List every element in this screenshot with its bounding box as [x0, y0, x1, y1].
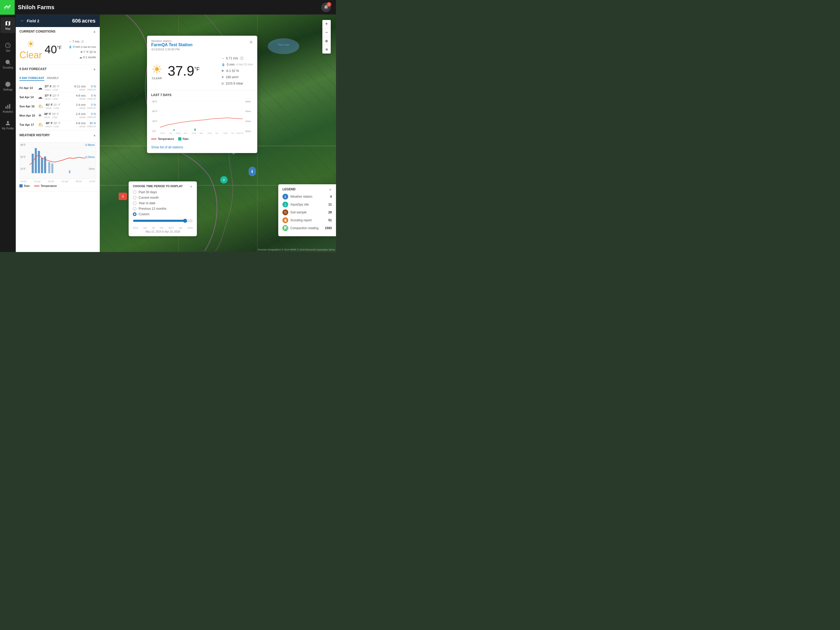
legend-icon-soil: 🟤: [283, 210, 288, 215]
rain-rate-detail: ☁ 0.1 mm/hr: [68, 55, 96, 60]
history-x-labels: 18:00 12 Apr 06:00 13 Apr 06:00 12:00: [19, 180, 96, 183]
legend-icon-weather: 🌡: [283, 194, 288, 199]
time-option-2[interactable]: Year to date: [133, 201, 193, 205]
time-panel-header: CHOOSE TIME PERIOD TO DISPLAY ▲: [133, 185, 193, 188]
svg-text:Sun: Sun: [184, 132, 187, 134]
popup-chart: 90°F 60°F 30°F 0°F 6mm 4mm 2mm 0mm: [147, 98, 257, 135]
y-label-mid: 32°F: [20, 156, 26, 159]
popup-solar: ☀ 180 w/m²: [221, 74, 253, 81]
notification-bell[interactable]: 2: [321, 3, 331, 12]
layers-button[interactable]: ⊞: [322, 45, 331, 54]
tab-hourly[interactable]: HOURLY: [47, 76, 59, 81]
forecast-header[interactable]: 5 DAY FORECAST ▲: [16, 65, 100, 74]
current-temp: 40°F: [45, 44, 62, 55]
app-logo: [0, 0, 15, 15]
history-header[interactable]: WEATHER HISTORY ▲: [16, 131, 100, 140]
mm-label-top: 0.48mm: [85, 144, 95, 147]
sidebar-item-settings[interactable]: Settings: [0, 78, 15, 94]
sidebar-item-analytics[interactable]: Analytics: [0, 100, 15, 116]
radio-3: [133, 207, 136, 210]
time-option-1[interactable]: Current month: [133, 196, 193, 199]
svg-text:16:00: 16:00: [223, 132, 228, 134]
popup-chart-legend: Temperature Rain: [147, 135, 257, 142]
svg-rect-11: [35, 148, 37, 173]
radio-4: [133, 212, 136, 216]
weather-history-body: 48°F 32°F 16°F 0.48mm 0.24mm 0mm: [16, 140, 100, 191]
forecast-icon-2: ⛅: [38, 103, 44, 109]
weather-icon: ☀: [19, 39, 42, 50]
popup-close-button[interactable]: ✕: [249, 39, 253, 45]
svg-text:Red Lake: Red Lake: [278, 43, 289, 46]
forecast-icon-4: ⛅: [38, 122, 44, 128]
svg-text:60°F: 60°F: [152, 110, 158, 113]
legend-icon-scouting: 📋: [283, 217, 288, 223]
show-stations-link[interactable]: Show list of all stations: [151, 145, 183, 149]
legend-icon-aquaspy: 💧: [283, 202, 288, 207]
dew-detail: ❄ 7 °F 25 %: [68, 50, 96, 55]
current-conditions-section: CURRENT CONDITIONS ▲ ☀ Clear 40°F → 7 m/…: [16, 27, 100, 65]
back-button[interactable]: ←: [20, 18, 25, 24]
svg-text:Fri: Fri: [242, 132, 244, 134]
field-acres: 606 acres: [72, 18, 96, 24]
time-option-4[interactable]: Custom: [133, 212, 193, 216]
svg-text:6mm: 6mm: [245, 100, 251, 103]
svg-text:16:00: 16:00: [207, 132, 212, 134]
sidebar: Map Soil Scouting Settings Analytics My …: [0, 15, 16, 252]
legend-icon-compaction: 📊: [283, 225, 288, 231]
forecast-icon-1: ☁: [38, 94, 43, 100]
zoom-in-button[interactable]: +: [322, 20, 331, 28]
legend-soil-sample: 🟤 Soil sample 29: [283, 210, 332, 215]
map-marker-thermometer[interactable]: 🌡: [249, 167, 256, 176]
sidebar-label-scouting: Scouting: [3, 66, 13, 69]
weather-history-section: WEATHER HISTORY ▲ 48°F 32°F 16°F 0.48mm …: [16, 131, 100, 191]
forecast-icon-3: ☀: [38, 113, 42, 118]
sidebar-label-map: Map: [5, 27, 10, 30]
forecast-tabs: 5 DAY FORECAST HOURLY: [16, 74, 100, 82]
svg-line-2: [9, 63, 10, 65]
svg-rect-13: [41, 158, 43, 173]
sidebar-item-profile[interactable]: My Profile: [0, 117, 15, 133]
svg-point-1: [6, 60, 10, 64]
legend-chevron: ▲: [328, 188, 332, 191]
svg-text:90°F: 90°F: [152, 100, 158, 103]
map-marker-red-2[interactable]: 3: [118, 193, 127, 200]
sidebar-item-scouting[interactable]: Scouting: [0, 56, 15, 72]
svg-rect-12: [38, 151, 40, 173]
tab-5day[interactable]: 5 DAY FORECAST: [19, 76, 44, 81]
station-date: 4/13/2018 2:30:00 PM: [151, 48, 193, 51]
conditions-body: ☀ Clear 40°F → 7 m/s 🕐 💧 0 mm in last 60…: [16, 36, 100, 64]
radio-1: [133, 196, 136, 199]
weather-history-chart: 48°F 32°F 16°F 0.48mm 0.24mm 0mm: [19, 142, 96, 179]
map-area[interactable]: Red Lake 2 3 3 15 2 6 3 8 5 3 2 🌡 💧 + − …: [100, 15, 336, 252]
condition-label: Clear: [19, 50, 42, 61]
svg-text:16:00: 16:00: [192, 132, 196, 134]
station-type-label: Weather station: [151, 39, 193, 43]
svg-rect-15: [48, 162, 51, 173]
map-options-button[interactable]: ⊕: [322, 37, 331, 45]
legend-temp-item: Temperature: [151, 137, 174, 141]
popup-wind: → 6.71 m/s 🕐: [221, 55, 253, 62]
time-option-3[interactable]: Previous 12 months: [133, 207, 193, 210]
temp-swatch: [34, 186, 39, 186]
time-range-input[interactable]: [133, 219, 193, 223]
popup-link-area: Show list of all stations: [147, 142, 257, 153]
zoom-out-button[interactable]: −: [322, 28, 331, 37]
popup-pressure: ⊙ 1015.9 mbar: [221, 81, 253, 87]
sidebar-item-map[interactable]: Map: [0, 17, 15, 33]
conditions-header[interactable]: CURRENT CONDITIONS ▲: [16, 27, 100, 36]
radio-0: [133, 190, 136, 194]
popup-chart-svg: 90°F 60°F 30°F 0°F 6mm 4mm 2mm 0mm: [151, 98, 253, 135]
sidebar-label-analytics: Analytics: [3, 110, 13, 113]
time-slider[interactable]: [133, 219, 193, 224]
y-label-bot: 16°F: [20, 167, 26, 171]
temp-line-swatch: [151, 139, 156, 139]
map-marker-teal[interactable]: 2: [220, 176, 227, 183]
svg-rect-16: [51, 164, 53, 173]
sidebar-item-soil[interactable]: Soil: [0, 39, 15, 55]
svg-rect-3: [6, 106, 6, 109]
notification-count: 2: [327, 2, 331, 7]
time-option-0[interactable]: Past 30 days: [133, 190, 193, 194]
svg-text:16:00: 16:00: [236, 132, 241, 134]
acres-unit: acres: [82, 18, 96, 24]
field-header: ← Field 2 606 acres: [16, 15, 100, 27]
